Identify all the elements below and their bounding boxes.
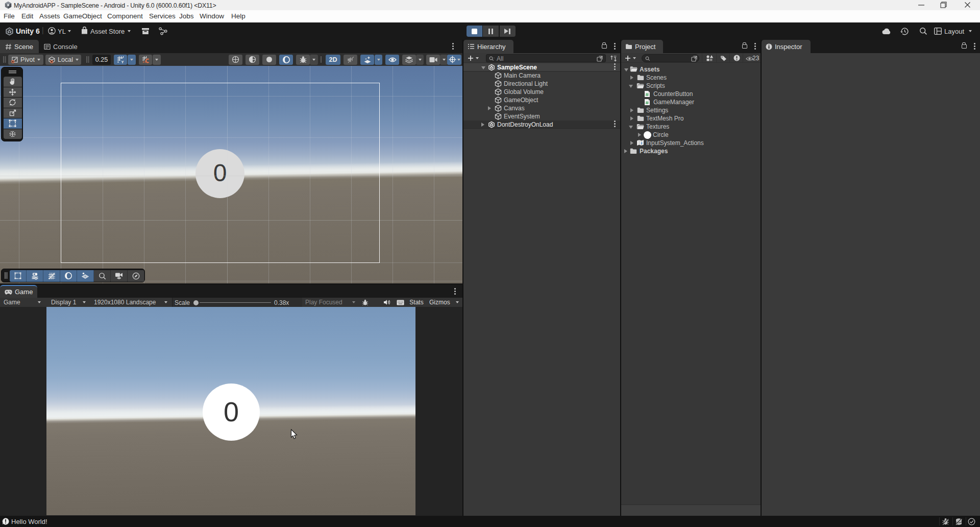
svg-text:Y: Y: [121, 60, 124, 64]
